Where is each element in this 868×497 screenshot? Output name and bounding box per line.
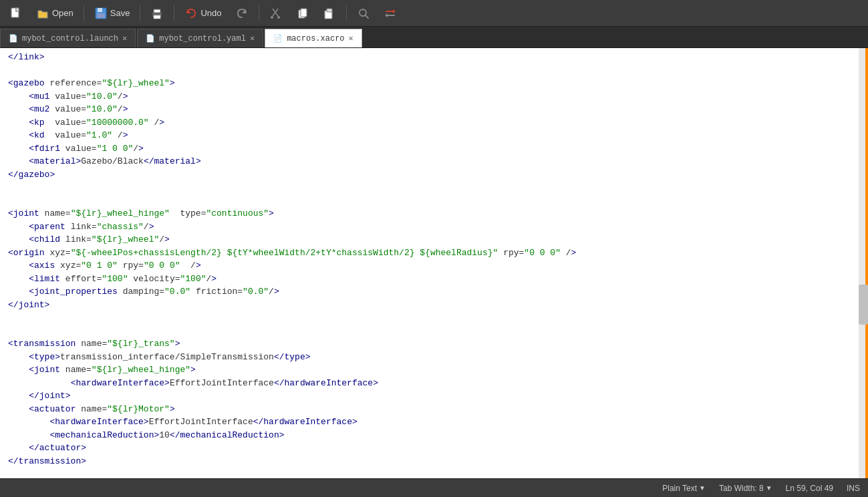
save-icon — [94, 7, 108, 20]
svg-rect-4 — [97, 13, 105, 18]
tab-launch-icon: 📄 — [9, 34, 18, 43]
tab-width-chevron: ▼ — [766, 484, 772, 492]
tab-xacro-label: macros.xacro — [287, 34, 344, 43]
replace-icon — [384, 7, 397, 20]
svg-rect-3 — [98, 8, 102, 12]
separator-4 — [259, 5, 259, 21]
copy-icon — [296, 7, 309, 20]
new-button[interactable] — [4, 4, 28, 23]
open-icon — [36, 7, 49, 20]
tab-launch-close[interactable]: ✕ — [122, 35, 127, 43]
tab-yaml-label: mybot_control.yaml — [159, 34, 246, 43]
language-label: Plain Text — [662, 484, 697, 493]
tabs-bar: 📄 mybot_control.launch ✕ 📄 mybot_control… — [0, 27, 868, 48]
undo-icon — [184, 7, 198, 20]
undo-button[interactable]: Undo — [179, 4, 227, 23]
open-label: Open — [52, 8, 74, 18]
find-icon — [357, 7, 370, 20]
print-button[interactable] — [145, 4, 169, 23]
tab-width-label: Tab Width: 8 — [719, 484, 764, 493]
svg-point-12 — [271, 16, 273, 19]
tab-xacro-close[interactable]: ✕ — [349, 35, 353, 43]
find-button[interactable] — [351, 4, 376, 23]
toolbar: Open Save Undo — [0, 0, 868, 27]
svg-rect-7 — [154, 15, 160, 19]
paste-icon — [323, 7, 336, 20]
new-icon — [9, 7, 23, 20]
scroll-thumb[interactable] — [859, 285, 868, 325]
paste-button[interactable] — [317, 4, 341, 23]
replace-button[interactable] — [378, 4, 402, 23]
tab-yaml-icon: 📄 — [146, 34, 155, 43]
svg-point-13 — [277, 16, 280, 19]
statusbar: Plain Text ▼ Tab Width: 8 ▼ Ln 59, Col 4… — [0, 478, 868, 497]
save-label: Save — [110, 8, 130, 18]
separator-2 — [140, 5, 140, 21]
redo-button[interactable] — [230, 4, 254, 23]
cursor-position: Ln 59, Col 49 — [786, 484, 833, 493]
tab-mybot-control-launch[interactable]: 📄 mybot_control.launch ✕ — [0, 29, 136, 47]
svg-marker-20 — [393, 9, 396, 13]
svg-rect-6 — [154, 9, 160, 13]
language-chevron: ▼ — [699, 484, 706, 492]
ins-label: INS — [847, 484, 860, 493]
svg-marker-21 — [385, 13, 388, 17]
undo-label: Undo — [200, 8, 221, 18]
tab-yaml-close[interactable]: ✕ — [250, 35, 255, 43]
print-icon — [150, 7, 164, 20]
tab-launch-label: mybot_control.launch — [22, 34, 118, 43]
position-label: Ln 59, Col 49 — [786, 484, 833, 493]
language-selector[interactable]: Plain Text ▼ — [662, 484, 706, 493]
save-button[interactable]: Save — [89, 4, 136, 23]
cut-icon — [269, 7, 283, 20]
tab-macros-xacro[interactable]: 📄 macros.xacro ✕ — [265, 29, 362, 47]
separator-3 — [174, 5, 174, 21]
svg-rect-15 — [301, 9, 307, 17]
editor-area[interactable]: </link> <gazebo reference="${lr}_wheel">… — [0, 48, 868, 478]
orange-line-indicator — [865, 48, 868, 478]
cut-button[interactable] — [264, 4, 288, 23]
svg-line-19 — [366, 15, 368, 18]
insert-mode: INS — [847, 484, 860, 493]
copy-button[interactable] — [291, 4, 315, 23]
tab-width-selector[interactable]: Tab Width: 8 ▼ — [719, 484, 772, 493]
tab-xacro-icon: 📄 — [273, 34, 283, 43]
separator-1 — [84, 5, 84, 21]
svg-rect-17 — [327, 9, 332, 12]
redo-icon — [235, 7, 249, 20]
code-content: </link> <gazebo reference="${lr}_wheel">… — [0, 48, 868, 478]
svg-marker-1 — [16, 8, 19, 11]
open-button[interactable]: Open — [31, 4, 79, 23]
scrollbar[interactable] — [859, 48, 868, 478]
separator-5 — [346, 5, 347, 21]
tab-mybot-control-yaml[interactable]: 📄 mybot_control.yaml ✕ — [137, 29, 263, 47]
